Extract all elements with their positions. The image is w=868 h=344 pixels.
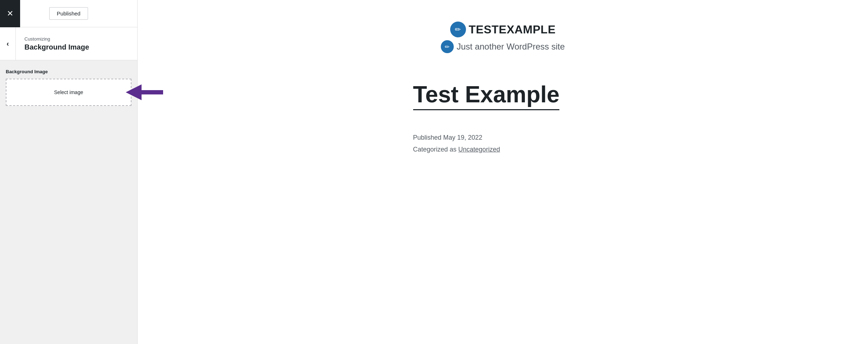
customizing-label: Customizing	[24, 36, 89, 42]
arrow-shaft	[142, 90, 163, 94]
post-meta: Published May 19, 2022 Categorized as Un…	[413, 132, 500, 155]
section-header: ‹ Customizing Background Image	[0, 27, 137, 60]
back-button[interactable]: ‹	[0, 27, 16, 60]
close-icon: ✕	[7, 9, 13, 18]
pencil-small-icon: ✏	[445, 43, 449, 50]
customizer-topbar: ✕ Published	[0, 0, 137, 27]
site-tagline[interactable]: Just another WordPress site	[457, 42, 565, 52]
published-button[interactable]: Published	[49, 7, 88, 20]
section-header-text: Customizing Background Image	[24, 36, 89, 51]
close-button[interactable]: ✕	[0, 0, 20, 27]
arrow-head-icon	[126, 84, 142, 100]
tagline-edit-icon[interactable]: ✏	[441, 40, 454, 53]
post-title: Test Example	[413, 82, 560, 110]
post-category-line: Categorized as Uncategorized	[413, 144, 500, 155]
panel-content: Background Image Select image	[0, 60, 137, 344]
pencil-icon: ✏	[455, 25, 461, 34]
back-icon: ‹	[6, 39, 9, 48]
site-logo-icon[interactable]: ✏	[450, 22, 466, 37]
preview-area: ✏ TESTEXAMPLE ✏ Just another WordPress s…	[138, 0, 868, 344]
post-category-link[interactable]: Uncategorized	[458, 146, 500, 153]
post-area: Test Example Published May 19, 2022 Cate…	[341, 82, 665, 155]
post-published-date: Published May 19, 2022	[413, 132, 500, 143]
section-title: Background Image	[24, 43, 89, 51]
arrow-annotation	[126, 84, 163, 100]
site-name[interactable]: TESTEXAMPLE	[469, 23, 556, 36]
categorized-label: Categorized as	[413, 146, 458, 153]
site-tagline-row: ✏ Just another WordPress site	[441, 40, 565, 53]
customizer-panel: ✕ Published ‹ Customizing Background Ima…	[0, 0, 138, 344]
site-title-row: ✏ TESTEXAMPLE	[450, 22, 556, 37]
select-image-button[interactable]: Select image	[6, 79, 131, 106]
background-image-label: Background Image	[6, 69, 131, 74]
site-header: ✏ TESTEXAMPLE ✏ Just another WordPress s…	[441, 22, 565, 53]
